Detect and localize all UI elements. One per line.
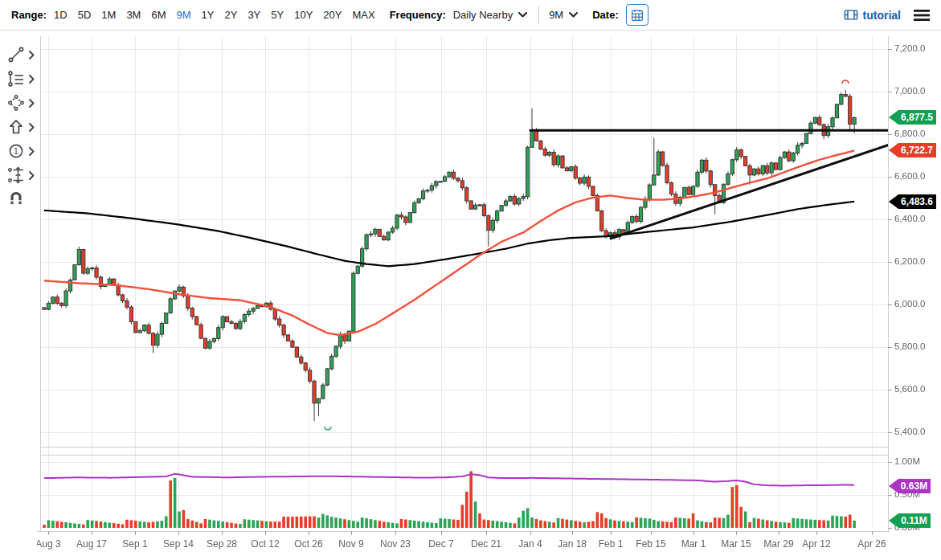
frequency-value: Daily Nearby	[453, 9, 513, 21]
date-label: Date:	[592, 9, 619, 21]
range-options: 1D5D1M3M6M9M1Y2Y3Y5Y10Y20YMAX	[54, 9, 375, 21]
shapes-icon	[6, 93, 26, 112]
axis-badge: 6,722.7	[889, 143, 936, 157]
fibonacci-tool[interactable]	[6, 166, 35, 185]
range-option-1y[interactable]: 1Y	[202, 9, 215, 21]
frequency-dropdown[interactable]: Daily Nearby	[453, 9, 527, 21]
range-option-3m[interactable]: 3M	[126, 9, 141, 21]
range-option-10y[interactable]: 10Y	[294, 9, 313, 21]
frequency-label: Frequency:	[390, 9, 446, 21]
arrow-tool[interactable]	[6, 117, 35, 137]
chevron-right-icon	[29, 123, 35, 132]
arrow-icon	[6, 117, 26, 137]
chevron-right-icon	[29, 171, 35, 180]
toolbar-separator	[538, 6, 539, 24]
interval-dropdown[interactable]: 9M	[549, 9, 578, 21]
multi-line-icon	[6, 69, 26, 88]
calendar-button[interactable]	[626, 4, 648, 26]
magnet-icon	[6, 188, 26, 207]
number-annotation-tool[interactable]: 1	[6, 141, 35, 161]
chevron-right-icon	[29, 51, 35, 59]
chevron-right-icon	[29, 147, 35, 156]
toolbar: Range: 1D5D1M3M6M9M1Y2Y3Y5Y10Y20YMAX Fre…	[0, 0, 941, 31]
range-option-1m[interactable]: 1M	[101, 9, 116, 21]
menu-button[interactable]	[914, 9, 930, 22]
range-option-3y[interactable]: 3Y	[248, 9, 260, 21]
charting-app: Range: 1D5D1M3M6M9M1Y2Y3Y5Y10Y20YMAX Fre…	[0, 0, 941, 560]
multi-line-tool[interactable]	[6, 69, 35, 88]
range-option-9m[interactable]: 9M	[177, 9, 191, 21]
range-option-20y[interactable]: 20Y	[323, 9, 342, 21]
interval-value: 9M	[549, 9, 563, 21]
fibonacci-icon	[6, 166, 26, 185]
shapes-tool[interactable]	[6, 93, 35, 112]
svg-text:1: 1	[14, 146, 18, 156]
range-option-5y[interactable]: 5Y	[271, 9, 284, 21]
tutorial-button[interactable]: tutorial	[844, 9, 901, 22]
tutorial-label: tutorial	[863, 9, 901, 22]
chevron-down-icon	[518, 12, 527, 18]
range-option-1d[interactable]: 1D	[54, 9, 68, 21]
range-option-6m[interactable]: 6M	[151, 9, 166, 21]
range-option-5d[interactable]: 5D	[78, 9, 92, 21]
axis-badge: 6,483.6	[889, 194, 936, 209]
trendline-tool[interactable]	[6, 45, 35, 64]
axis-badge: 6,877.5	[889, 110, 936, 125]
range-option-2y[interactable]: 2Y	[224, 9, 237, 21]
film-icon	[844, 9, 858, 21]
magnet-mode-tool[interactable]	[6, 188, 26, 207]
trendline-icon	[6, 45, 26, 64]
calendar-icon	[630, 8, 644, 22]
price-chart-canvas[interactable]	[0, 0, 941, 560]
chevron-right-icon	[29, 99, 35, 108]
range-label: Range:	[11, 9, 47, 21]
number-annotation-icon: 1	[6, 141, 26, 161]
range-option-max[interactable]: MAX	[352, 9, 374, 21]
chevron-down-icon	[569, 12, 578, 18]
chevron-right-icon	[29, 75, 35, 84]
hamburger-icon	[914, 9, 930, 22]
